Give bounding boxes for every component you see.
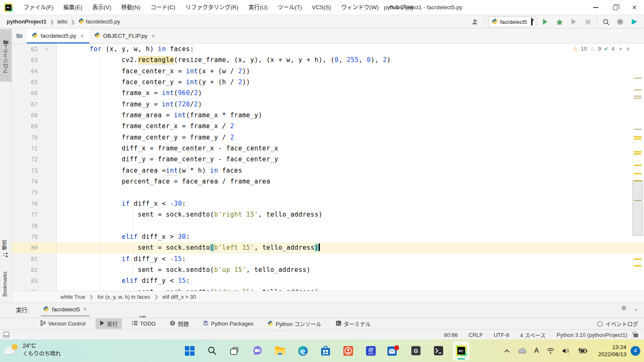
code-line[interactable]: 82 sent = sock.sendto(b'up 15', tello_ad… — [12, 264, 644, 275]
sidebar-item-structure[interactable]: 構造 — [1, 240, 8, 257]
run-with-coverage-button[interactable] — [568, 16, 579, 27]
close-icon[interactable]: ✕ — [80, 33, 84, 39]
code-line[interactable]: 68 frame_area = int(frame_x * frame_y) — [12, 110, 644, 121]
tool-window-toggle-icon[interactable] — [3, 332, 9, 337]
people-app-icon[interactable] — [340, 341, 356, 360]
event-log-button[interactable]: イベントログ — [597, 320, 638, 328]
user-account-icon[interactable] — [470, 16, 481, 27]
pycharm-app-icon[interactable]: PC — [453, 341, 470, 360]
notification-badge[interactable]: 4 — [631, 346, 640, 356]
code-line[interactable]: 69 frame_center_x = frame_x / 2 — [12, 121, 644, 132]
breadcrumb-item[interactable]: tello — [56, 18, 69, 26]
code-line[interactable]: 78 — [12, 220, 644, 231]
sidebar-item-project[interactable]: プロジェクト — [0, 29, 12, 82]
status-segment[interactable]: CRLF — [469, 332, 483, 338]
chat-app-icon[interactable] — [249, 341, 266, 360]
minimize-button[interactable] — [586, 0, 605, 15]
code-line[interactable]: 71 diff_x = frame_center_x - face_center… — [12, 143, 644, 154]
mail-app-icon[interactable] — [385, 341, 402, 360]
status-segment[interactable]: 80:66 — [444, 332, 458, 338]
run-configuration-select[interactable]: facrdetect5 ▼ — [488, 16, 536, 27]
code-breadcrumb-item[interactable]: while True — [60, 294, 85, 300]
code-line[interactable]: 76 if diff_x < -30: — [12, 198, 644, 209]
code-line[interactable]: 77 sent = sock.sendto(b'right 15', tello… — [12, 209, 644, 220]
code-line[interactable]: 67 frame_y = int(720/2) — [12, 99, 644, 110]
stop-button[interactable] — [582, 16, 593, 27]
explorer-app-icon[interactable] — [272, 341, 288, 360]
code-line[interactable]: 74 percent_face = face_area / frame_area — [12, 176, 644, 187]
code-line[interactable]: 83 elif diff_y < 15: — [12, 275, 644, 286]
wifi-icon[interactable] — [546, 348, 555, 354]
volume-icon[interactable] — [562, 348, 570, 354]
search-app-icon[interactable] — [204, 341, 221, 360]
breadcrumb-item[interactable]: facrdetect5.py — [77, 17, 122, 26]
run-tab[interactable]: facrdetect5 ✕ — [41, 303, 90, 316]
menu-item[interactable]: 移動(N) — [116, 0, 145, 15]
code-editor[interactable]: 62⊝ for (x, y, w, h) in faces:63 cv2.rec… — [12, 44, 644, 291]
code-line[interactable]: 70 frame_center_y = frame_y / 2 — [12, 132, 644, 143]
close-icon[interactable]: ✕ — [83, 306, 87, 312]
folder-icon[interactable] — [12, 28, 27, 43]
tool-window-button-error[interactable]: 問題 — [166, 318, 193, 329]
inspections-widget[interactable]: ⚠10 ⚠9 ✔4 ∧ ∨ — [573, 46, 630, 52]
menu-item[interactable]: 編集(E) — [58, 0, 87, 15]
restore-button[interactable] — [605, 0, 625, 15]
sidebar-item-bookmarks[interactable]: Bookmarks — [2, 272, 8, 297]
tray-chevron-up-icon[interactable] — [504, 349, 510, 353]
code-line[interactable]: 79 elif diff_x > 30: — [12, 231, 644, 242]
menu-item[interactable]: リファクタリング(R) — [180, 0, 243, 15]
code-line[interactable]: 81 if diff_y < -15: — [12, 253, 644, 264]
code-breadcrumb-item[interactable]: for (x, y, w, h) in faces — [97, 294, 150, 300]
taskview-app-icon[interactable] — [226, 341, 243, 360]
code-line[interactable]: 65 face_center_y = int(y + (h / 2)) — [12, 77, 644, 88]
store-app-icon[interactable] — [317, 341, 334, 360]
code-breadcrumb-item[interactable]: elif diff_x > 30 — [162, 294, 196, 300]
weather-widget[interactable]: 24°C くもりのち晴れ — [4, 342, 61, 357]
menu-item[interactable]: 表示(V) — [87, 0, 116, 15]
tool-window-button-python[interactable]: Python コンソール — [263, 318, 325, 329]
code-line[interactable]: 80 sent = sock.sendto(b'left 15', tello_… — [12, 242, 644, 253]
code-line[interactable]: 64 face_center_x = int(x + (w / 2)) — [12, 66, 644, 77]
breadcrumb-item[interactable]: pythonProject1 — [5, 18, 48, 26]
menu-item[interactable]: ウィンドウ(W) — [336, 0, 384, 15]
code-line[interactable]: 62⊝ for (x, y, w, h) in faces: — [12, 44, 644, 54]
code-line[interactable]: 73 face_area =int(w * h) in faces — [12, 165, 644, 176]
close-icon[interactable]: ✕ — [151, 33, 155, 39]
search-everywhere-icon[interactable] — [600, 16, 611, 27]
tool-window-button-play[interactable]: 実行 — [96, 318, 122, 329]
editor-tab[interactable]: OBJECT_FLIP.py✕ — [89, 28, 161, 43]
editor-tab[interactable]: facrdetect5.py✕ — [27, 28, 89, 43]
terminal-app-icon[interactable] — [430, 341, 447, 360]
ime-indicator[interactable]: A — [534, 346, 539, 355]
code-line[interactable]: 72 diff_y = frame_center_y - face_center… — [12, 154, 644, 165]
menu-item[interactable]: VCS(S) — [307, 0, 336, 15]
unlock-icon[interactable] — [634, 334, 638, 337]
hide-panel-icon[interactable]: ⌄ — [634, 306, 638, 312]
tray-clock[interactable]: 13:24 2022/06/13 — [598, 344, 626, 358]
status-segment[interactable]: 4 スペース — [520, 331, 545, 339]
start-app-icon[interactable] — [181, 341, 198, 360]
code-line[interactable]: 84 sent = sock.sendto(b'down 15', tello_… — [12, 287, 644, 291]
menuapp-app-icon[interactable]: @menu — [362, 341, 379, 360]
battery-charging-icon[interactable] — [577, 348, 587, 354]
gapp-app-icon[interactable]: G — [408, 341, 424, 360]
jetbrains-toolbox-icon[interactable] — [629, 16, 640, 27]
status-segment[interactable]: UTF-8 — [493, 332, 509, 338]
tool-window-button-todo[interactable]: TODO — [128, 319, 160, 328]
run-button[interactable] — [540, 16, 551, 27]
tool-window-button-terminal[interactable]: ターミナル — [332, 318, 375, 329]
scrollbar-thumb[interactable] — [632, 180, 643, 236]
menu-item[interactable]: コード(C) — [145, 0, 180, 15]
tool-window-button-packages[interactable]: Python Packages — [199, 319, 257, 328]
fold-marker[interactable]: ⊝ — [38, 44, 56, 54]
close-button[interactable]: ✕ — [625, 0, 644, 15]
edge-app-icon[interactable] — [294, 341, 311, 360]
onedrive-icon[interactable] — [517, 348, 527, 354]
next-problem-icon[interactable]: ∨ — [626, 46, 630, 52]
previous-problem-icon[interactable]: ∧ — [619, 46, 622, 52]
run-settings-gear-icon[interactable] — [621, 305, 627, 313]
code-line[interactable]: 66 frame_x = int(960/2) — [12, 88, 644, 98]
code-line[interactable]: 75 — [12, 187, 644, 198]
menu-item[interactable]: ファイル(F) — [18, 0, 58, 15]
debug-button[interactable] — [554, 16, 565, 27]
